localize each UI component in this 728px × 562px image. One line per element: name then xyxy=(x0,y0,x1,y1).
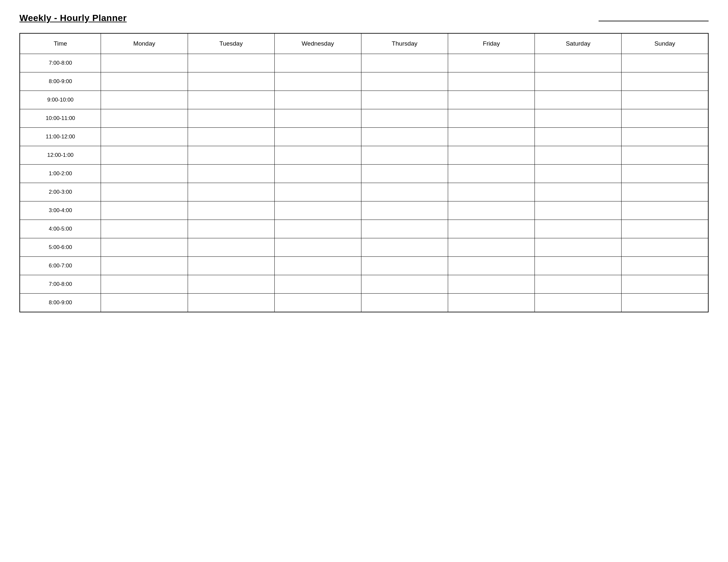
cell-thursday-row1[interactable] xyxy=(361,72,448,91)
cell-monday-row9[interactable] xyxy=(101,220,188,238)
cell-monday-row11[interactable] xyxy=(101,257,188,275)
cell-wednesday-row3[interactable] xyxy=(274,109,361,128)
cell-thursday-row13[interactable] xyxy=(361,293,448,312)
cell-monday-row8[interactable] xyxy=(101,202,188,220)
cell-tuesday-row11[interactable] xyxy=(188,257,274,275)
cell-wednesday-row7[interactable] xyxy=(274,183,361,202)
cell-friday-row12[interactable] xyxy=(448,275,535,293)
cell-tuesday-row0[interactable] xyxy=(188,54,274,72)
cell-sunday-row2[interactable] xyxy=(622,91,708,109)
cell-friday-row11[interactable] xyxy=(448,257,535,275)
cell-wednesday-row0[interactable] xyxy=(274,54,361,72)
cell-saturday-row0[interactable] xyxy=(535,54,622,72)
cell-wednesday-row11[interactable] xyxy=(274,257,361,275)
cell-thursday-row3[interactable] xyxy=(361,109,448,128)
cell-monday-row5[interactable] xyxy=(101,146,188,165)
cell-wednesday-row5[interactable] xyxy=(274,146,361,165)
cell-wednesday-row2[interactable] xyxy=(274,91,361,109)
cell-wednesday-row6[interactable] xyxy=(274,165,361,183)
cell-saturday-row8[interactable] xyxy=(535,202,622,220)
cell-friday-row1[interactable] xyxy=(448,72,535,91)
cell-tuesday-row1[interactable] xyxy=(188,72,274,91)
cell-friday-row6[interactable] xyxy=(448,165,535,183)
cell-monday-row6[interactable] xyxy=(101,165,188,183)
cell-tuesday-row2[interactable] xyxy=(188,91,274,109)
cell-thursday-row11[interactable] xyxy=(361,257,448,275)
cell-tuesday-row4[interactable] xyxy=(188,128,274,146)
cell-thursday-row9[interactable] xyxy=(361,220,448,238)
cell-friday-row0[interactable] xyxy=(448,54,535,72)
cell-saturday-row13[interactable] xyxy=(535,293,622,312)
cell-friday-row3[interactable] xyxy=(448,109,535,128)
cell-friday-row9[interactable] xyxy=(448,220,535,238)
cell-wednesday-row13[interactable] xyxy=(274,293,361,312)
cell-saturday-row5[interactable] xyxy=(535,146,622,165)
cell-sunday-row5[interactable] xyxy=(622,146,708,165)
cell-wednesday-row10[interactable] xyxy=(274,238,361,257)
cell-sunday-row9[interactable] xyxy=(622,220,708,238)
table-row: 6:00-7:00 xyxy=(20,257,708,275)
cell-tuesday-row3[interactable] xyxy=(188,109,274,128)
cell-monday-row1[interactable] xyxy=(101,72,188,91)
cell-monday-row3[interactable] xyxy=(101,109,188,128)
cell-friday-row4[interactable] xyxy=(448,128,535,146)
cell-thursday-row8[interactable] xyxy=(361,202,448,220)
cell-saturday-row4[interactable] xyxy=(535,128,622,146)
cell-saturday-row3[interactable] xyxy=(535,109,622,128)
cell-tuesday-row10[interactable] xyxy=(188,238,274,257)
cell-sunday-row11[interactable] xyxy=(622,257,708,275)
cell-thursday-row5[interactable] xyxy=(361,146,448,165)
cell-friday-row10[interactable] xyxy=(448,238,535,257)
cell-tuesday-row6[interactable] xyxy=(188,165,274,183)
cell-friday-row5[interactable] xyxy=(448,146,535,165)
cell-monday-row13[interactable] xyxy=(101,293,188,312)
cell-saturday-row1[interactable] xyxy=(535,72,622,91)
cell-thursday-row4[interactable] xyxy=(361,128,448,146)
cell-saturday-row9[interactable] xyxy=(535,220,622,238)
cell-sunday-row8[interactable] xyxy=(622,202,708,220)
cell-friday-row8[interactable] xyxy=(448,202,535,220)
cell-sunday-row12[interactable] xyxy=(622,275,708,293)
cell-thursday-row12[interactable] xyxy=(361,275,448,293)
cell-sunday-row10[interactable] xyxy=(622,238,708,257)
cell-tuesday-row13[interactable] xyxy=(188,293,274,312)
cell-sunday-row3[interactable] xyxy=(622,109,708,128)
cell-friday-row7[interactable] xyxy=(448,183,535,202)
cell-friday-row2[interactable] xyxy=(448,91,535,109)
cell-tuesday-row7[interactable] xyxy=(188,183,274,202)
cell-saturday-row11[interactable] xyxy=(535,257,622,275)
cell-monday-row0[interactable] xyxy=(101,54,188,72)
cell-sunday-row1[interactable] xyxy=(622,72,708,91)
cell-monday-row2[interactable] xyxy=(101,91,188,109)
cell-saturday-row12[interactable] xyxy=(535,275,622,293)
table-header-row: Time Monday Tuesday Wednesday Thursday F… xyxy=(20,33,708,54)
cell-sunday-row6[interactable] xyxy=(622,165,708,183)
cell-wednesday-row9[interactable] xyxy=(274,220,361,238)
cell-thursday-row6[interactable] xyxy=(361,165,448,183)
cell-saturday-row2[interactable] xyxy=(535,91,622,109)
cell-sunday-row7[interactable] xyxy=(622,183,708,202)
cell-thursday-row7[interactable] xyxy=(361,183,448,202)
cell-wednesday-row4[interactable] xyxy=(274,128,361,146)
cell-thursday-row2[interactable] xyxy=(361,91,448,109)
cell-thursday-row0[interactable] xyxy=(361,54,448,72)
cell-wednesday-row1[interactable] xyxy=(274,72,361,91)
cell-tuesday-row9[interactable] xyxy=(188,220,274,238)
cell-monday-row7[interactable] xyxy=(101,183,188,202)
cell-wednesday-row8[interactable] xyxy=(274,202,361,220)
cell-saturday-row7[interactable] xyxy=(535,183,622,202)
cell-monday-row4[interactable] xyxy=(101,128,188,146)
cell-tuesday-row5[interactable] xyxy=(188,146,274,165)
cell-sunday-row13[interactable] xyxy=(622,293,708,312)
cell-saturday-row10[interactable] xyxy=(535,238,622,257)
cell-tuesday-row12[interactable] xyxy=(188,275,274,293)
cell-tuesday-row8[interactable] xyxy=(188,202,274,220)
cell-thursday-row10[interactable] xyxy=(361,238,448,257)
cell-sunday-row0[interactable] xyxy=(622,54,708,72)
cell-monday-row10[interactable] xyxy=(101,238,188,257)
cell-saturday-row6[interactable] xyxy=(535,165,622,183)
cell-sunday-row4[interactable] xyxy=(622,128,708,146)
cell-wednesday-row12[interactable] xyxy=(274,275,361,293)
cell-friday-row13[interactable] xyxy=(448,293,535,312)
cell-monday-row12[interactable] xyxy=(101,275,188,293)
